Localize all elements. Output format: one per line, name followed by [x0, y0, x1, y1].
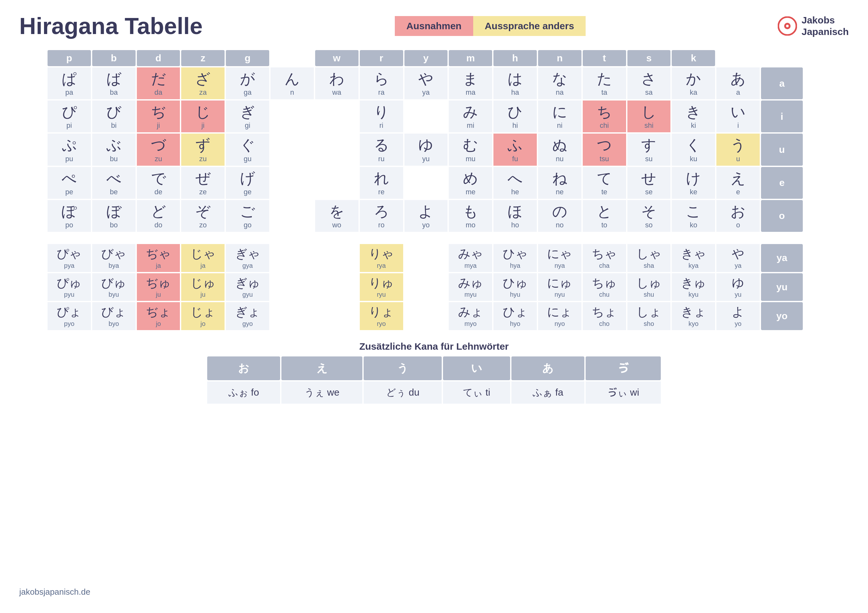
kana-cell	[270, 273, 314, 301]
kana-cell	[270, 200, 314, 232]
romaji-label: myo	[450, 320, 491, 328]
footer-url: jakobsjapanisch.de	[19, 587, 90, 597]
kana-cell: ぢゃja	[137, 244, 180, 272]
kana-cell: ぱpa	[48, 67, 91, 99]
kana-cell: しshi	[628, 101, 671, 132]
lehn-cell: うぇ we	[281, 381, 363, 404]
kana-char: わ	[316, 70, 357, 88]
kana-char: びょ	[93, 305, 134, 319]
romaji-label: byo	[93, 320, 134, 328]
col-header-s: s	[628, 50, 671, 66]
kana-cell: りょryo	[360, 302, 403, 330]
kana-char: る	[361, 136, 402, 154]
col-header-z: z	[181, 50, 225, 66]
kana-char: よ	[718, 305, 758, 319]
kana-char: お	[718, 203, 758, 220]
romaji-label: de	[138, 188, 179, 196]
row-header-yu: yu	[761, 273, 803, 301]
kana-cell: せse	[628, 167, 671, 199]
kana-cell: ろro	[360, 200, 403, 232]
kana-char: め	[450, 170, 491, 187]
kana-char: べ	[93, 170, 134, 187]
kana-cell: しょsho	[628, 302, 671, 330]
kana-cell: ちchi	[583, 101, 626, 132]
romaji-label: pya	[49, 262, 90, 269]
kana-cell: をwo	[315, 200, 358, 232]
col-header-p: p	[48, 50, 91, 66]
kana-cell	[405, 167, 448, 199]
kana-char: う	[718, 136, 758, 154]
kana-char: ぜ	[183, 170, 223, 187]
table-row: ぷpuぶbuづzuずzuぐguるruゆyuむmuふfuぬnuつtsuすsuくku…	[20, 133, 848, 166]
romaji-label: ryu	[361, 291, 402, 298]
kana-char: へ	[495, 170, 536, 187]
kana-cell: こko	[672, 200, 715, 232]
kana-char: た	[584, 70, 625, 88]
kana-cell: づzu	[137, 133, 180, 166]
kana-char: え	[718, 170, 758, 187]
kana-char: ん	[272, 70, 313, 88]
kana-cell	[270, 302, 314, 330]
kana-char: と	[584, 203, 625, 220]
kana-char: しゅ	[629, 276, 670, 291]
romaji-label: gya	[227, 262, 268, 269]
kana-char: じょ	[183, 305, 223, 319]
col-header-m: m	[449, 50, 492, 66]
kana-cell: かka	[672, 67, 715, 99]
table-row: ぺpeべbeでdeぜzeげgeれreめmeへheねneてteせseけkeえee	[20, 167, 848, 199]
lehn-col-header: あ	[512, 356, 584, 380]
romaji-label: hi	[495, 121, 536, 130]
romaji-label: wo	[316, 221, 357, 229]
romaji-label: nu	[539, 155, 580, 163]
romaji-label: shu	[629, 291, 670, 298]
romaji-label: yu	[718, 291, 758, 298]
logo-icon	[778, 16, 797, 36]
col-header-g: g	[226, 50, 269, 66]
row-header-a: a	[761, 67, 803, 99]
romaji-label: go	[227, 221, 268, 229]
kana-char: ぴょ	[49, 305, 90, 319]
romaji-label: ju	[183, 291, 223, 298]
romaji-label: e	[718, 188, 758, 196]
col-header-15	[716, 50, 760, 66]
romaji-label: sa	[629, 88, 670, 97]
kana-char: ちょ	[584, 305, 625, 319]
kana-cell: りゅryu	[360, 273, 403, 301]
kana-char: ぶ	[93, 136, 134, 154]
kana-char: しょ	[629, 305, 670, 319]
table-row: ぴpiびbiぢjiじjiぎgiりriみmiひhiにniちchiしshiきkiいi…	[20, 101, 848, 132]
romaji-label: sho	[629, 320, 670, 328]
romaji-label: pe	[49, 188, 90, 196]
romaji-label: su	[629, 155, 670, 163]
romaji-label: byu	[93, 291, 134, 298]
row-header-o: o	[761, 200, 803, 232]
kana-cell: ぬnu	[538, 133, 581, 166]
romaji-label: nyu	[539, 291, 580, 298]
kana-cell: ぎゅgyu	[226, 273, 269, 301]
romaji-label: yo	[406, 221, 446, 229]
romaji-label: zu	[183, 155, 223, 163]
kana-char: びゃ	[93, 247, 134, 262]
kana-cell: のno	[538, 200, 581, 232]
romaji-label: yu	[406, 155, 446, 163]
kana-cell: たta	[583, 67, 626, 99]
kana-cell: そso	[628, 200, 671, 232]
kana-cell: むmu	[449, 133, 492, 166]
kana-char: ま	[450, 70, 491, 88]
kana-char: さ	[629, 70, 670, 88]
kana-cell: ちゅchu	[583, 273, 626, 301]
kana-char: し	[629, 103, 670, 121]
kana-cell: きki	[672, 101, 715, 132]
kana-char: ゆ	[718, 276, 758, 291]
kana-char: ぼ	[93, 203, 134, 220]
col-header-h: h	[493, 50, 537, 66]
romaji-label: cho	[584, 320, 625, 328]
table-row: ぽpoぼboどdoぞzoごgoをwoろroよyoもmoほhoのnoとtoそsoこ…	[20, 200, 848, 232]
kana-char: ぢょ	[138, 305, 179, 319]
kana-cell: りゃrya	[360, 244, 403, 272]
romaji-label: a	[718, 88, 758, 97]
legend-exception: Ausnahmen	[395, 16, 473, 36]
kana-char: きゅ	[673, 276, 714, 291]
kana-char: きゃ	[673, 247, 714, 262]
romaji-label: o	[718, 221, 758, 229]
